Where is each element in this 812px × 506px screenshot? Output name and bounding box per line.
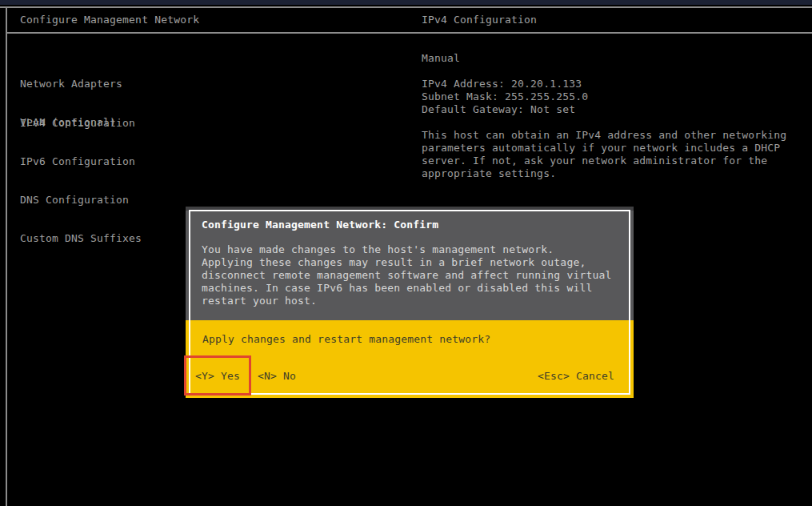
menu-item-custom-dns-suffixes[interactable]: Custom DNS Suffixes <box>20 232 142 245</box>
dialog-prompt-bar: Apply changes and restart management net… <box>186 320 634 398</box>
frame-top-border <box>0 6 812 8</box>
dialog-title: Configure Management Network: Confirm <box>202 219 438 231</box>
menu-item-dns-configuration[interactable]: DNS Configuration <box>20 194 142 207</box>
dialog-top-shade <box>186 207 634 211</box>
dcui-screen: Configure Management Network IPv4 Config… <box>0 0 812 506</box>
menu-item-ipv6-configuration[interactable]: IPv6 Configuration <box>20 155 142 168</box>
dialog-message: You have made changes to the host's mana… <box>202 243 622 307</box>
yes-key-button[interactable]: <Y> Yes <box>195 370 240 383</box>
cancel-key-button[interactable]: <Esc> Cancel <box>538 370 614 383</box>
dialog-key-hints: <Y> Yes <N> No <Esc> Cancel <box>195 370 614 383</box>
header-divider <box>6 32 812 34</box>
page-title: Configure Management Network <box>20 14 199 26</box>
frame-left-border <box>6 6 7 506</box>
panel-title-ipv4-configuration: IPv4 Configuration <box>422 14 537 26</box>
dialog-question: Apply changes and restart management net… <box>202 333 490 346</box>
top-edge-strip <box>0 0 812 5</box>
ipv4-details: IPv4 Address: 20.20.1.133 Subnet Mask: 2… <box>422 78 588 116</box>
menu-item-network-adapters[interactable]: Network Adapters <box>20 78 122 90</box>
menu-item-ipv4-configuration[interactable]: IPv4 Configuration <box>20 117 142 130</box>
confirm-dialog: Configure Management Network: Confirm Yo… <box>186 207 634 398</box>
network-menu-group-bottom: IPv4 Configuration IPv6 Configuration DN… <box>20 91 142 271</box>
ipv4-description: This host can obtain an IPv4 address and… <box>422 129 786 180</box>
ipv4-mode-value: Manual <box>422 52 460 65</box>
no-key-button[interactable]: <N> No <box>258 370 296 383</box>
